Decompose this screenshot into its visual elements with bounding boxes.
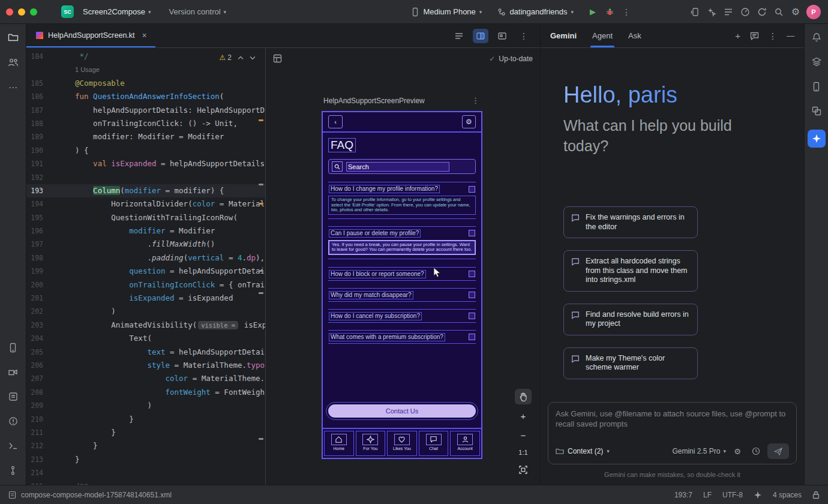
code-line[interactable]: 200 onTrailingIconClick = { onTrai bbox=[26, 278, 265, 292]
code-line[interactable]: 206 style = MaterialTheme.typo bbox=[26, 359, 265, 372]
chat-history-icon[interactable] bbox=[750, 32, 759, 40]
zoom-in-button[interactable]: + bbox=[515, 408, 532, 424]
preview-canvas[interactable]: HelpAndSupportScreenPreview ⋮ ‹ ⚙ FAQ bbox=[266, 69, 540, 485]
code-line[interactable]: 212 } bbox=[26, 439, 265, 452]
notifications-bell-icon[interactable] bbox=[811, 31, 823, 43]
settings-icon[interactable]: ⚙ bbox=[787, 4, 804, 20]
ai-status-icon[interactable] bbox=[754, 491, 762, 499]
code-line[interactable]: 197 .fillMaxWidth() bbox=[26, 238, 265, 251]
code-line[interactable]: 213} bbox=[26, 453, 265, 466]
emulator-icon[interactable] bbox=[7, 391, 19, 403]
gemini-settings-icon[interactable]: ⚙ bbox=[730, 445, 745, 458]
code-line[interactable]: 189 modifier: Modifier = Modifier bbox=[26, 130, 265, 143]
code-line[interactable]: 193 Column(modifier = modifier) { bbox=[26, 184, 265, 197]
device-selector[interactable]: Medium Phone ▾ bbox=[406, 5, 487, 19]
code-area[interactable]: 184 */1 Usage185@Composable186fun Questi… bbox=[26, 50, 265, 485]
code-line[interactable]: 185@Composable bbox=[26, 77, 265, 90]
code-line[interactable]: 190) { bbox=[26, 144, 265, 157]
code-editor[interactable]: ⚠ 2 184 */1 Usage185@Composable186fun Qu… bbox=[26, 48, 266, 485]
code-line[interactable]: 215/** bbox=[26, 480, 265, 485]
stripe-mark[interactable] bbox=[259, 184, 263, 185]
status-file[interactable]: compose-compose-model-1758748140651.xml bbox=[8, 491, 172, 499]
code-line[interactable]: 191 val isExpanded = helpAndSupportDetai… bbox=[26, 157, 265, 170]
design-view-icon[interactable] bbox=[494, 29, 510, 43]
send-button[interactable] bbox=[767, 443, 789, 459]
code-line[interactable]: 209 ) bbox=[26, 399, 265, 412]
code-line[interactable]: 1 Usage bbox=[26, 63, 265, 76]
running-devices-icon[interactable] bbox=[720, 4, 737, 20]
context-selector[interactable]: Context (2) ▾ bbox=[556, 447, 610, 455]
code-line[interactable]: 194 HorizontalDivider(color = Material bbox=[26, 197, 265, 211]
build-icon[interactable] bbox=[7, 366, 19, 378]
stripe-mark[interactable] bbox=[259, 270, 263, 272]
running-devices-tool-icon[interactable] bbox=[7, 341, 19, 353]
code-line[interactable]: 205 text = helpAndSupportDetai bbox=[26, 346, 265, 359]
resource-manager-icon[interactable] bbox=[811, 105, 823, 117]
pan-hand-icon[interactable] bbox=[515, 389, 532, 404]
device-manager-icon[interactable] bbox=[811, 80, 823, 92]
pull-requests-icon[interactable] bbox=[7, 56, 19, 68]
device-mirroring-icon[interactable] bbox=[686, 4, 703, 20]
project-menu[interactable]: Screen2Compose ▾ bbox=[78, 5, 156, 19]
assistant-layers-icon[interactable] bbox=[811, 56, 823, 68]
zoom-ratio-button[interactable]: 1:1 bbox=[518, 446, 527, 458]
code-line[interactable]: 192 bbox=[26, 171, 265, 184]
run-button[interactable]: ▶ bbox=[584, 4, 601, 20]
close-tab-icon[interactable]: × bbox=[142, 31, 147, 40]
gemini-rail-button[interactable] bbox=[808, 130, 826, 148]
user-avatar[interactable]: P bbox=[806, 5, 821, 19]
code-line[interactable]: 199 question = helpAndSupportDetai bbox=[26, 265, 265, 278]
code-line[interactable]: 208 fontWeight = FontWeigh bbox=[26, 386, 265, 399]
code-line[interactable]: 195 QuestionWithTrailingIconRow( bbox=[26, 211, 265, 224]
more-actions-menu[interactable]: ⋮ bbox=[618, 4, 635, 20]
code-line[interactable]: 186fun QuestionAndAnswerInfoSection( bbox=[26, 90, 265, 103]
line-ending[interactable]: LF bbox=[703, 491, 712, 499]
code-line[interactable]: 210 } bbox=[26, 413, 265, 426]
code-line[interactable]: 188 onTrailingIconClick: () -> Unit, bbox=[26, 117, 265, 130]
lock-icon[interactable] bbox=[812, 491, 820, 499]
usages-inlay-hint[interactable]: 1 Usage bbox=[75, 66, 100, 73]
code-line[interactable]: 211 } bbox=[26, 426, 265, 439]
code-line[interactable]: 204 Text( bbox=[26, 332, 265, 345]
editor-tab[interactable]: HelpAndSupportScreen.kt × bbox=[26, 24, 155, 47]
terminal-icon[interactable] bbox=[7, 440, 19, 452]
gemini-input-box[interactable]: Ask Gemini, use @filename to attach sour… bbox=[548, 402, 797, 464]
minimize-window-button[interactable] bbox=[18, 8, 25, 16]
code-line[interactable]: 187 helpAndSupportDetails: HelpAndSuppor… bbox=[26, 104, 265, 117]
profiler-icon[interactable] bbox=[737, 4, 754, 20]
project-folder-icon[interactable] bbox=[7, 31, 19, 43]
tab-ask[interactable]: Ask bbox=[628, 24, 641, 47]
close-window-button[interactable] bbox=[6, 8, 13, 16]
version-control-tool-icon[interactable] bbox=[7, 464, 19, 476]
file-encoding[interactable]: UTF-8 bbox=[722, 491, 743, 499]
tab-agent[interactable]: Agent bbox=[592, 24, 613, 47]
prompt-history-icon[interactable] bbox=[749, 445, 763, 458]
search-everywhere-icon[interactable] bbox=[770, 4, 787, 20]
code-line[interactable]: 207 color = MaterialTheme. bbox=[26, 372, 265, 385]
zoom-window-button[interactable] bbox=[30, 8, 37, 16]
new-chat-icon[interactable]: + bbox=[735, 31, 740, 41]
zoom-to-fit-button[interactable] bbox=[515, 462, 532, 478]
warning-stripe-mark[interactable] bbox=[259, 119, 263, 121]
code-line[interactable]: 196 modifier = Modifier bbox=[26, 224, 265, 238]
stripe-mark[interactable] bbox=[259, 438, 263, 440]
hide-panel-icon[interactable]: — bbox=[787, 31, 794, 40]
zoom-out-button[interactable]: − bbox=[515, 427, 532, 443]
inspections-widget[interactable]: ⚠ 2 bbox=[217, 52, 258, 63]
code-line[interactable]: 214 bbox=[26, 466, 265, 479]
model-selector[interactable]: Gemini 2.5 Pro ▾ bbox=[672, 447, 726, 455]
debug-button[interactable] bbox=[601, 4, 618, 20]
gemini-suggestion-card[interactable]: Fix the warnings and errors in the edito… bbox=[563, 206, 698, 238]
preview-layout-icon[interactable] bbox=[273, 54, 282, 63]
prev-problem-icon[interactable] bbox=[238, 56, 244, 60]
gemini-suggestion-card[interactable]: Find and resolve build errors in my proj… bbox=[563, 304, 698, 335]
gemini-suggestion-card[interactable]: Extract all hardcoded strings from this … bbox=[563, 250, 698, 292]
gradle-sync-icon[interactable] bbox=[754, 4, 770, 20]
code-view-icon[interactable] bbox=[451, 29, 467, 43]
next-problem-icon[interactable] bbox=[250, 56, 256, 60]
code-line[interactable]: 203 AnimatedVisibility(visible = isExpan bbox=[26, 319, 265, 332]
code-line[interactable]: 202 ) bbox=[26, 305, 265, 318]
gemini-suggestion-card[interactable]: Make my Theme's color scheme warmer bbox=[563, 347, 698, 379]
more-tool-windows-icon[interactable]: ⋯ bbox=[7, 82, 19, 94]
indent-setting[interactable]: 4 spaces bbox=[773, 491, 802, 499]
